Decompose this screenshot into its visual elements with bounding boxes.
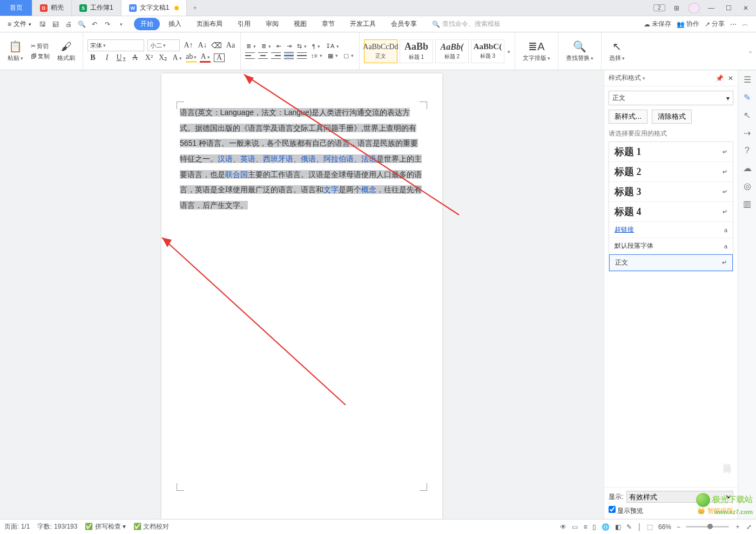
strip-select-icon[interactable]: ☰ — [744, 75, 751, 85]
view-focus-icon[interactable]: ◧ — [615, 523, 621, 531]
view-page-icon[interactable]: ▭ — [572, 523, 578, 531]
apps-icon[interactable]: ⊞ — [671, 4, 683, 12]
style-h2[interactable]: AaBb(标题 2 — [435, 39, 469, 63]
mtab-dev[interactable]: 开发工具 — [343, 18, 382, 30]
view-draw-icon[interactable]: ✎ — [626, 523, 632, 531]
sort[interactable]: ↧A — [325, 42, 340, 50]
tab-sheet[interactable]: S工作簿1 — [72, 0, 122, 16]
bold[interactable]: B — [87, 53, 98, 62]
clear-format-button[interactable]: 清除格式 — [652, 110, 692, 124]
qa-more[interactable] — [114, 18, 126, 30]
style-item[interactable]: 标题 3↵ — [609, 182, 733, 202]
style-item[interactable]: 标题 2↵ — [609, 162, 733, 182]
tab-doc[interactable]: W文字文稿1 — [122, 0, 187, 16]
bullets[interactable]: ≣ — [245, 42, 257, 50]
window-close[interactable]: ✕ — [740, 4, 752, 12]
cut-button[interactable]: ✂ 剪切 — [30, 42, 51, 51]
unsaved-button[interactable]: ☁ 未保存 — [644, 19, 671, 29]
mtab-insert[interactable]: 插入 — [162, 18, 188, 30]
view-read-icon[interactable]: ▯ — [592, 523, 596, 531]
window-maximize[interactable]: ☐ — [723, 4, 734, 12]
font-family[interactable]: 宋体 — [87, 39, 144, 51]
style-h1[interactable]: AaBb标题 1 — [400, 39, 433, 63]
add-tab[interactable]: ＋ — [187, 0, 203, 16]
paragraph[interactable]: 语言(英文：Language，法文：Langue)是人类进行沟通交流的表达方式。… — [180, 105, 424, 213]
tab-stops[interactable]: ⇆ — [296, 42, 308, 50]
subscript[interactable]: X₂ — [158, 53, 168, 62]
mtab-start[interactable]: 开始 — [134, 18, 160, 30]
underline[interactable]: U — [116, 53, 126, 62]
eye-icon[interactable]: 👁 — [560, 523, 566, 531]
shading[interactable]: ▦ — [327, 52, 339, 60]
clear-format[interactable]: ⌫ — [211, 41, 222, 50]
avatar[interactable] — [688, 3, 700, 13]
styles-more[interactable] — [507, 48, 510, 55]
zoom-fit-icon[interactable]: ⬚ — [647, 523, 653, 531]
strip-flow-icon[interactable]: ⇢ — [744, 128, 751, 138]
align-center[interactable] — [258, 51, 268, 60]
strip-target-icon[interactable]: ◎ — [744, 181, 751, 191]
badge-count[interactable]: 2 — [653, 4, 665, 11]
status-words[interactable]: 字数: 193/193 — [37, 522, 77, 531]
collab-button[interactable]: 👥 协作 — [677, 19, 699, 29]
mtab-chapter[interactable]: 章节 — [315, 18, 341, 30]
style-item[interactable]: 超链接a — [609, 222, 733, 238]
collapse-ribbon[interactable]: ︿ — [742, 19, 748, 29]
copy-button[interactable]: 🗐 复制 — [30, 52, 51, 61]
file-menu[interactable]: ≡ 文件 ▾ — [3, 19, 36, 29]
qa-export[interactable]: 🗟 — [50, 18, 62, 30]
mtab-member[interactable]: 会员专享 — [384, 18, 423, 30]
status-proof[interactable]: ✅ 文档校对 — [133, 522, 169, 531]
font-size[interactable]: 小二 — [147, 39, 180, 51]
status-page[interactable]: 页面: 1/1 — [4, 522, 30, 531]
style-body[interactable]: AaBbCcDd正文 — [364, 39, 397, 63]
tab-home[interactable]: 首页 — [0, 0, 32, 16]
zoom-value[interactable]: 66% — [658, 523, 671, 531]
font-color[interactable]: A — [200, 52, 211, 63]
strip-page-icon[interactable]: ▥ — [743, 199, 751, 209]
paste-button[interactable]: 📋粘贴 — [4, 39, 26, 63]
italic[interactable]: I — [102, 53, 112, 62]
zoom-slider[interactable] — [686, 526, 729, 528]
style-item[interactable]: 标题 4↵ — [609, 202, 733, 222]
fullscreen-icon[interactable]: ⤢ — [746, 523, 752, 531]
borders[interactable]: ▢ — [342, 52, 355, 60]
shrink-font[interactable]: A↓ — [197, 41, 208, 50]
qa-undo[interactable]: ↶ — [89, 18, 100, 30]
superscript[interactable]: X² — [144, 53, 154, 62]
text-layout[interactable]: ≣A文字排版 — [519, 39, 554, 63]
panel-pin-icon[interactable]: 📌 — [716, 75, 724, 82]
change-case[interactable]: Aa — [225, 41, 236, 50]
panel-close-icon[interactable]: ✕ — [728, 75, 733, 82]
para-marks[interactable]: ¶ — [311, 43, 321, 50]
tab-doke[interactable]: D稻壳 — [32, 0, 72, 16]
status-spell[interactable]: ✅ 拼写检查 ▾ — [85, 522, 126, 531]
strip-cloud-icon[interactable]: ☁ — [743, 163, 752, 173]
qa-save[interactable]: 🖫 — [37, 18, 49, 30]
numbering[interactable]: ≣ — [260, 42, 272, 50]
mtab-review[interactable]: 审阅 — [259, 18, 285, 30]
find-replace[interactable]: 🔍查找替换 — [563, 39, 597, 63]
align-left[interactable] — [245, 51, 255, 60]
canvas[interactable]: 语言(英文：Language，法文：Langue)是人类进行沟通交流的表达方式。… — [0, 70, 604, 519]
highlight-color[interactable]: ab — [186, 52, 197, 63]
window-minimize[interactable]: ― — [705, 4, 717, 12]
format-painter[interactable]: 🖌格式刷 — [54, 39, 78, 63]
more-button[interactable]: ⋯ — [730, 21, 737, 28]
qa-redo[interactable]: ↷ — [102, 18, 113, 30]
preview-toggle[interactable]: 显示预览 — [609, 506, 643, 516]
strip-pencil-icon[interactable]: ✎ — [744, 92, 751, 103]
style-item[interactable]: 默认段落字体a — [609, 238, 733, 254]
text-effect[interactable]: A — [172, 53, 183, 62]
new-style-button[interactable]: 新样式... — [609, 110, 647, 124]
qa-print[interactable]: 🖨 — [63, 18, 75, 30]
page[interactable]: 语言(英文：Language，法文：Langue)是人类进行沟通交流的表达方式。… — [161, 73, 442, 519]
smart-layout[interactable]: 智能排版 — [697, 506, 733, 516]
align-right[interactable] — [271, 51, 281, 60]
strike[interactable]: A — [130, 53, 140, 62]
align-justify[interactable] — [284, 51, 294, 60]
style-item[interactable]: 标题 1↵ — [609, 142, 733, 162]
style-item[interactable]: 正文↵ — [609, 254, 733, 271]
show-select[interactable]: 有效样式 — [626, 491, 733, 503]
select-menu[interactable]: ↖选择 — [606, 39, 628, 63]
